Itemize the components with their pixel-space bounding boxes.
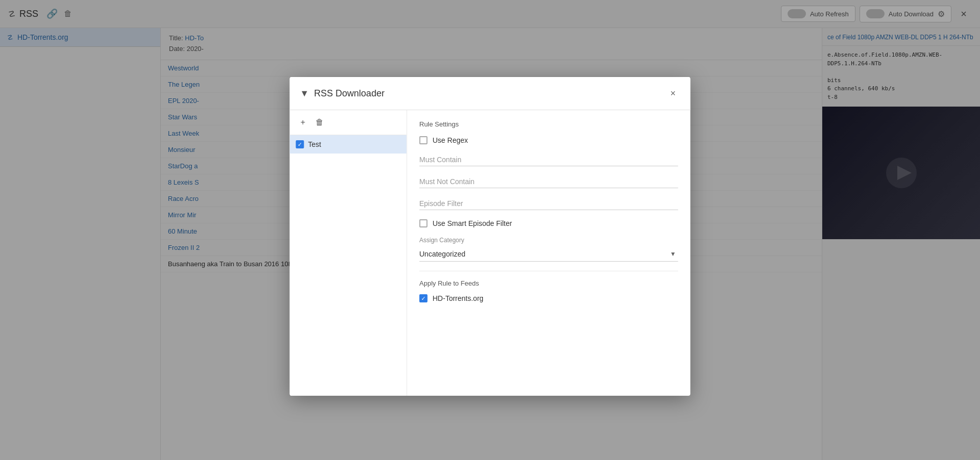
smart-episode-filter-checkbox[interactable] xyxy=(420,219,428,227)
rule-settings-heading: Rule Settings xyxy=(420,120,678,128)
must-not-contain-field xyxy=(420,175,678,188)
rule-list-item-test[interactable]: ✓ Test xyxy=(290,135,407,154)
use-regex-label: Use Regex xyxy=(433,136,468,144)
modal-body: + 🗑 ✓ Test Rule Settings Use Regex xyxy=(290,110,691,396)
add-rule-button[interactable]: + xyxy=(296,115,310,130)
modal-sidebar-toolbar: + 🗑 xyxy=(290,110,407,135)
assign-category-label: Assign Category xyxy=(420,237,678,244)
delete-rule-button[interactable]: 🗑 xyxy=(312,115,327,130)
form-divider xyxy=(420,271,678,271)
feed-checkmark-icon: ✓ xyxy=(421,295,426,302)
smart-episode-filter-label: Use Smart Episode Filter xyxy=(433,219,512,227)
modal-header: ▼ RSS Downloader × xyxy=(290,77,691,110)
must-contain-input[interactable] xyxy=(420,154,678,166)
rule-name-label: Test xyxy=(308,140,322,148)
modal-rule-settings: Rule Settings Use Regex Use Smart Ep xyxy=(407,110,691,396)
apply-feeds-label: Apply Rule to Feeds xyxy=(420,279,678,287)
rule-checked-icon: ✓ xyxy=(296,140,304,148)
must-contain-field xyxy=(420,154,678,166)
modal-close-button[interactable]: × xyxy=(666,86,680,100)
must-not-contain-input[interactable] xyxy=(420,175,678,188)
feed-checkbox[interactable]: ✓ xyxy=(420,294,428,302)
modal-title: RSS Downloader xyxy=(314,88,660,99)
assign-category-select-container: Uncategorized ▼ xyxy=(420,247,678,262)
episode-filter-field xyxy=(420,197,678,210)
assign-category-field: Assign Category Uncategorized ▼ xyxy=(420,237,678,262)
use-regex-row: Use Regex xyxy=(420,136,678,144)
checkmark-icon: ✓ xyxy=(298,141,302,148)
filter-icon: ▼ xyxy=(300,88,309,99)
feed-checkbox-label: HD-Torrents.org xyxy=(433,294,484,302)
apply-feeds-section: Apply Rule to Feeds ✓ HD-Torrents.org xyxy=(420,279,678,302)
modal-rules-sidebar: + 🗑 ✓ Test xyxy=(290,110,407,396)
feed-checkbox-row: ✓ HD-Torrents.org xyxy=(420,294,678,302)
assign-category-select[interactable]: Uncategorized xyxy=(420,247,678,261)
rss-downloader-modal: ▼ RSS Downloader × + 🗑 ✓ Test Rule Setti… xyxy=(290,77,691,396)
use-regex-checkbox[interactable] xyxy=(420,136,428,144)
smart-episode-filter-row: Use Smart Episode Filter xyxy=(420,219,678,227)
episode-filter-input[interactable] xyxy=(420,197,678,210)
